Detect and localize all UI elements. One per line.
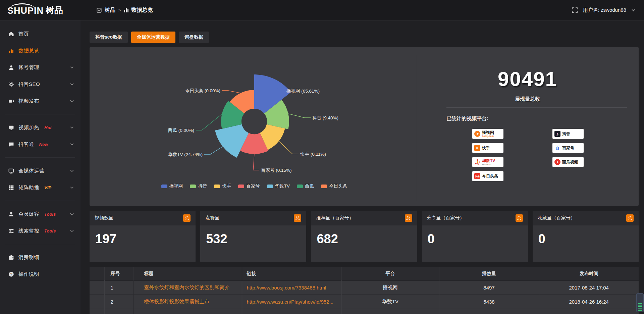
table-row-1: 2楼体投影灯投影效果震撼上市http://www.wasu.cn/Play/sh… bbox=[90, 295, 639, 309]
col-header-0: 序号 bbox=[104, 267, 133, 280]
breadcrumb: 树品 > 数据总览 bbox=[97, 7, 153, 14]
stat-card-label: 分享量（百家号） bbox=[427, 215, 465, 221]
total-badge: 总 bbox=[183, 214, 191, 222]
sidebar-item-operation-guide[interactable]: ?操作说明 bbox=[0, 266, 80, 282]
chevron-down-icon bbox=[70, 83, 74, 86]
legend-item-西瓜[interactable]: 西瓜 bbox=[297, 183, 314, 189]
col-header-2: 链接 bbox=[242, 267, 341, 280]
floating-widget[interactable] bbox=[636, 293, 644, 312]
legend-item-华数TV[interactable]: 华数TV bbox=[267, 183, 290, 189]
app-logo: SHUPIN 树品 bbox=[0, 4, 80, 16]
video-icon bbox=[8, 98, 14, 104]
sidebar-item-home[interactable]: 首页 bbox=[0, 25, 80, 42]
sidebar-item-video-publish[interactable]: 视频发布 bbox=[0, 93, 80, 109]
cell-link[interactable]: http://www.boosj.com/7338468.html bbox=[242, 280, 341, 295]
sidebar-item-douyin-seo[interactable]: 抖音SEO bbox=[0, 76, 80, 93]
svg-text:?: ? bbox=[10, 272, 12, 276]
stat-card-value: 532 bbox=[200, 225, 306, 253]
chevron-down-icon bbox=[70, 170, 74, 172]
stat-cards-row: 视频数量总197点赞量总532推荐量（百家号）总682分享量（百家号）总0收藏量… bbox=[90, 211, 639, 262]
bars-icon bbox=[8, 48, 14, 54]
sidebar-item-consumption-detail[interactable]: 消费明细 bbox=[0, 249, 80, 266]
chevron-down-icon bbox=[70, 143, 74, 146]
sidebar-item-data-overview[interactable]: 数据总览 bbox=[0, 42, 80, 59]
tab-bar: 抖音seo数据全媒体运营数据询盘数据 bbox=[90, 32, 639, 43]
platform-badge-label: 播视网 bbox=[482, 130, 494, 135]
wallet-icon bbox=[8, 255, 14, 260]
legend-label: 百家号 bbox=[246, 183, 260, 189]
stat-card-label: 收藏量（百家号） bbox=[538, 215, 575, 221]
summary-divider bbox=[446, 107, 627, 108]
col-header-1: 标题 bbox=[133, 267, 242, 280]
toutiao-logo-icon: 头条 bbox=[474, 173, 480, 179]
tab-0[interactable]: 抖音seo数据 bbox=[90, 32, 128, 43]
kuaishou-logo-icon: ∞ bbox=[474, 145, 480, 151]
cell-no: 2 bbox=[104, 295, 133, 309]
chart-panel: 播视网 (65.61%)抖音 (9.40%)快手 (0.11%)百家号 (0.1… bbox=[90, 47, 639, 206]
sidebar-item-video-heating[interactable]: 视频加热Hot bbox=[0, 119, 80, 136]
platform-badge-华数TV: 华数TVwasu.cn bbox=[472, 157, 503, 167]
pie-label-line bbox=[204, 147, 223, 154]
pie-label-line bbox=[253, 154, 259, 170]
cell-title[interactable]: 楼体投影灯投影效果震撼上市 bbox=[133, 295, 242, 309]
cell-link[interactable]: http://www.wasu.cn/Play/show/id/952... bbox=[242, 295, 341, 309]
stat-card-label: 推荐量（百家号） bbox=[316, 215, 354, 221]
sidebar-item-matrix-boost[interactable]: 矩阵助推VIP bbox=[0, 179, 80, 196]
legend-item-今日头条[interactable]: 今日头条 bbox=[321, 183, 347, 189]
platform-badge-sub: wasu.cn bbox=[482, 163, 495, 165]
legend-item-抖音[interactable]: 抖音 bbox=[190, 183, 207, 189]
breadcrumb-root[interactable]: 树品 bbox=[105, 7, 115, 14]
fullscreen-icon[interactable] bbox=[572, 7, 578, 13]
stat-card-value: 682 bbox=[311, 225, 417, 253]
legend-item-百家号[interactable]: 百家号 bbox=[238, 183, 260, 189]
cell-title[interactable] bbox=[133, 309, 242, 314]
sidebar-divider bbox=[5, 244, 75, 244]
cell-plays: 5438 bbox=[439, 295, 539, 309]
sidebar-item-all-media[interactable]: 全媒体运营 bbox=[0, 162, 80, 179]
pie-slice-华数TV[interactable] bbox=[215, 124, 249, 158]
total-badge: 总 bbox=[626, 214, 634, 222]
legend-item-播视网[interactable]: 播视网 bbox=[161, 183, 183, 189]
pie-label-抖音: 抖音 (9.40%) bbox=[312, 115, 338, 120]
sidebar-item-lead-monitor[interactable]: 线索监控Tools bbox=[0, 222, 80, 239]
legend-swatch bbox=[161, 185, 167, 188]
sidebar-divider bbox=[5, 201, 75, 201]
summary-section: 90491 展现量总数 已统计的视频平台: 播视网boosj.com∞快手华数T… bbox=[416, 47, 639, 206]
sidebar-item-badge: New bbox=[39, 142, 48, 147]
col-header-4: 播放量 bbox=[439, 267, 539, 280]
cell-title[interactable]: 室外水纹灯和室内水纹灯的区别和简介 bbox=[133, 280, 242, 295]
sidebar-item-douketong[interactable]: 抖客通New bbox=[0, 136, 80, 153]
tab-2[interactable]: 询盘数据 bbox=[179, 32, 209, 43]
legend-label: 西瓜 bbox=[305, 183, 314, 189]
legend-swatch bbox=[238, 185, 244, 188]
chevron-down-icon[interactable] bbox=[632, 9, 635, 11]
stat-card-label: 视频数量 bbox=[95, 215, 113, 221]
sidebar-divider bbox=[5, 157, 75, 158]
sidebar-item-member-burst[interactable]: 会员爆客Tools bbox=[0, 206, 80, 222]
main-content: 抖音seo数据全媒体运营数据询盘数据 播视网 (65.61%)抖音 (9.40%… bbox=[80, 20, 644, 314]
sidebar-item-account-management[interactable]: 账号管理 bbox=[0, 59, 80, 76]
sidebar-item-label: 消费明细 bbox=[18, 254, 39, 261]
pie-label-line bbox=[196, 114, 222, 130]
pie-label-西瓜: 西瓜 (0.00%) bbox=[168, 128, 194, 133]
cell-platform: 华数TV bbox=[341, 295, 439, 309]
cell-platform bbox=[341, 309, 439, 314]
total-badge: 总 bbox=[405, 214, 412, 222]
legend-item-快手[interactable]: 快手 bbox=[214, 183, 231, 189]
chevron-down-icon bbox=[70, 213, 74, 215]
sidebar: 首页数据总览账号管理抖音SEO视频发布视频加热Hot抖客通New全媒体运营矩阵助… bbox=[0, 20, 80, 314]
col-header-3: 平台 bbox=[341, 267, 439, 280]
col-header-5: 发布时间 bbox=[539, 267, 639, 280]
cell-plays: 8497 bbox=[439, 280, 539, 295]
user-icon bbox=[8, 65, 14, 70]
platform-badge-label: 西瓜视频 bbox=[562, 160, 578, 164]
pie-label-今日头条: 今日头条 (0.00%) bbox=[185, 88, 220, 93]
stat-card-2: 推荐量（百家号）总682 bbox=[311, 211, 417, 262]
tab-1[interactable]: 全媒体运营数据 bbox=[131, 32, 175, 43]
sidebar-item-label: 账号管理 bbox=[18, 64, 39, 71]
cell-link[interactable] bbox=[242, 309, 341, 314]
sidebar-divider bbox=[5, 114, 75, 114]
username[interactable]: 用户名: zswodun88 bbox=[583, 7, 626, 13]
rose-chart[interactable]: 播视网 (65.61%)抖音 (9.40%)快手 (0.11%)百家号 (0.1… bbox=[90, 47, 416, 206]
grid-icon bbox=[8, 185, 14, 191]
